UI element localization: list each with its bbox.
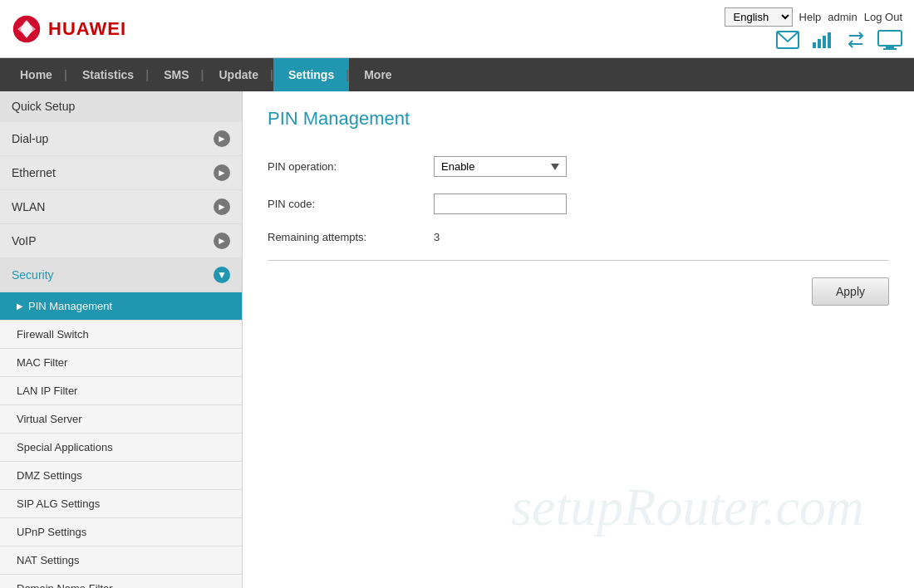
pin-operation-row: PIN operation: Enable Disable Change PIN <box>268 156 889 177</box>
svg-rect-2 <box>813 42 816 48</box>
main-layout: Quick Setup Dial-up ► Ethernet ► WLAN ► … <box>0 91 914 588</box>
top-section: HUAWEI English Chinese Help admin Log Ou… <box>0 0 914 58</box>
remaining-attempts-label: Remaining attempts: <box>268 231 434 243</box>
remaining-attempts-number: 3 <box>434 231 440 243</box>
apply-button[interactable]: Apply <box>812 277 889 306</box>
sidebar-sub-mac-filter[interactable]: MAC Filter <box>0 349 242 377</box>
sidebar-sub-special-applications[interactable]: Special Applications <box>0 434 242 462</box>
svg-rect-4 <box>823 36 826 48</box>
remaining-attempts-row: Remaining attempts: 3 <box>268 231 889 243</box>
remaining-attempts-value: 3 <box>434 231 440 243</box>
content-area: PIN Management PIN operation: Enable Dis… <box>243 91 914 588</box>
sidebar-sub-pin-management[interactable]: PIN Management <box>0 292 242 321</box>
sidebar-item-dialup[interactable]: Dial-up ► <box>0 122 242 156</box>
navbar: Home Statistics SMS Update Settings More <box>0 58 914 91</box>
sidebar-item-voip[interactable]: VoIP ► <box>0 224 242 258</box>
nav-update[interactable]: Update <box>204 58 273 91</box>
sidebar-sub-firewall-switch[interactable]: Firewall Switch <box>0 321 242 349</box>
pin-code-input[interactable] <box>434 194 567 214</box>
transfer-icon <box>846 31 866 49</box>
sidebar-sub-lan-ip-filter[interactable]: LAN IP Filter <box>0 377 242 405</box>
security-expand-icon: ▼ <box>214 267 230 283</box>
nav-more[interactable]: More <box>349 58 406 91</box>
pin-code-label: PIN code: <box>268 198 434 210</box>
brand-name: HUAWEI <box>48 18 126 40</box>
page-title: PIN Management <box>268 108 889 136</box>
language-select[interactable]: English Chinese <box>725 7 793 27</box>
lang-row: English Chinese Help admin Log Out <box>725 7 902 27</box>
form-divider <box>268 260 889 261</box>
logout-link[interactable]: Log Out <box>864 11 902 23</box>
pin-operation-label: PIN operation: <box>268 160 434 173</box>
pin-code-control <box>434 194 567 214</box>
monitor-icon <box>877 30 902 50</box>
sidebar-item-wlan[interactable]: WLAN ► <box>0 190 242 224</box>
nav-sms[interactable]: SMS <box>149 58 204 91</box>
pin-operation-select[interactable]: Enable Disable Change PIN <box>434 156 567 177</box>
sidebar-item-ethernet[interactable]: Ethernet ► <box>0 156 242 190</box>
pin-code-row: PIN code: <box>268 194 889 214</box>
wlan-expand-icon: ► <box>214 198 230 215</box>
watermark: setupRouter.com <box>511 477 864 538</box>
pin-management-form: PIN operation: Enable Disable Change PIN… <box>268 156 889 243</box>
nav-statistics[interactable]: Statistics <box>67 58 149 91</box>
sidebar-sub-virtual-server[interactable]: Virtual Server <box>0 405 242 434</box>
sidebar-sub-nat-settings[interactable]: NAT Settings <box>0 546 242 575</box>
svg-rect-3 <box>818 39 821 48</box>
ethernet-expand-icon: ► <box>214 164 230 181</box>
sidebar-sub-sip-alg-settings[interactable]: SIP ALG Settings <box>0 490 242 518</box>
nav-settings[interactable]: Settings <box>273 58 349 91</box>
sidebar-sub-domain-name-filter[interactable]: Domain Name Filter <box>0 575 242 588</box>
voip-expand-icon: ► <box>214 233 230 249</box>
svg-rect-6 <box>878 31 902 46</box>
sidebar: Quick Setup Dial-up ► Ethernet ► WLAN ► … <box>0 91 243 588</box>
help-text: Help <box>799 11 822 23</box>
user-text: admin <box>828 11 857 23</box>
svg-rect-5 <box>828 32 831 48</box>
dialup-expand-icon: ► <box>214 130 230 147</box>
logo-area: HUAWEI <box>12 14 126 44</box>
sidebar-sub-dmz-settings[interactable]: DMZ Settings <box>0 462 242 490</box>
sidebar-item-security[interactable]: Security ▼ <box>0 258 242 292</box>
nav-home[interactable]: Home <box>5 58 67 91</box>
svg-rect-8 <box>883 48 897 50</box>
right-top: English Chinese Help admin Log Out <box>725 7 902 50</box>
header-icons-row <box>776 30 902 50</box>
sidebar-sub-upnp-settings[interactable]: UPnP Settings <box>0 518 242 546</box>
signal-icon <box>811 31 834 49</box>
sidebar-item-quick-setup[interactable]: Quick Setup <box>0 91 242 122</box>
huawei-logo-icon <box>12 14 42 44</box>
mail-icon[interactable] <box>776 31 799 49</box>
pin-operation-control: Enable Disable Change PIN <box>434 156 567 177</box>
